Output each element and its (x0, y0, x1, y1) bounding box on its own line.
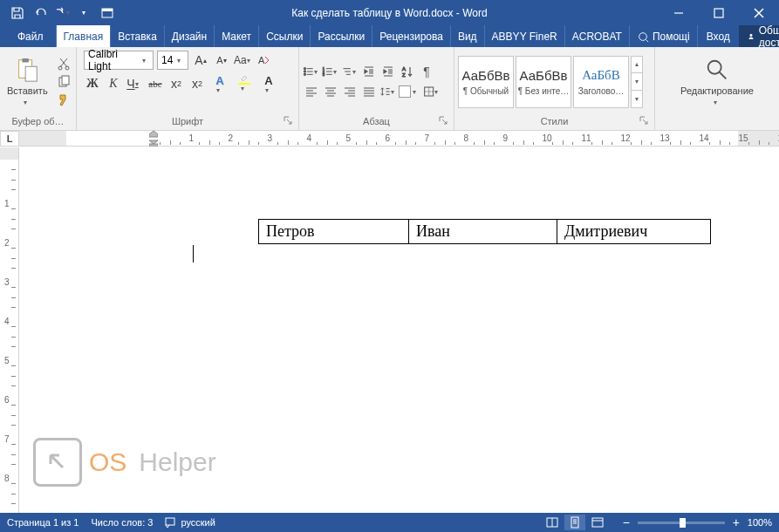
undo-icon[interactable] (30, 3, 51, 24)
tab-review[interactable]: Рецензирова (372, 25, 451, 47)
editing-button[interactable]: Редактирование▾ (677, 54, 757, 110)
editing-label: Редактирование (680, 85, 754, 97)
paragraph-launcher[interactable] (438, 116, 448, 126)
table-row: Петров Иван Дмитриевич (259, 220, 711, 244)
font-size-value: 14 (161, 54, 173, 66)
cut-button[interactable] (55, 56, 72, 72)
tab-home[interactable]: Главная (57, 25, 112, 47)
tab-file[interactable]: Файл (5, 25, 57, 47)
status-language[interactable]: русский (165, 516, 215, 529)
line-spacing-button[interactable]: ▾ (379, 83, 397, 100)
tab-selector[interactable]: L (0, 131, 19, 147)
style-normal[interactable]: АаБбВв¶ Обычный (458, 56, 514, 108)
svg-rect-23 (166, 518, 174, 525)
numbering-button[interactable]: 123▾ (322, 63, 339, 80)
svg-rect-25 (571, 517, 578, 528)
font-size-combo[interactable]: 14▾ (157, 51, 188, 70)
highlight-button[interactable]: ▾ (234, 75, 255, 92)
tab-abbyy[interactable]: ABBYY FineR (485, 25, 565, 47)
style-no-spacing[interactable]: АаБбВв¶ Без инте… (516, 56, 571, 108)
tab-view[interactable]: Вид (451, 25, 485, 47)
borders-button[interactable]: ▾ (423, 83, 441, 100)
font-launcher[interactable] (283, 116, 293, 126)
zoom-slider[interactable] (638, 522, 725, 524)
show-marks-button[interactable]: ¶ (418, 63, 435, 80)
zoom-out-button[interactable]: − (620, 515, 632, 529)
italic-button[interactable]: К (105, 75, 122, 92)
bullets-button[interactable]: ▾ (303, 63, 320, 80)
bold-button[interactable]: Ж (84, 75, 101, 92)
text-effects-button[interactable]: A▾ (209, 75, 230, 92)
redo-icon[interactable]: ▾ (52, 3, 73, 24)
table-cell[interactable]: Дмитриевич (557, 220, 711, 244)
qat-customize-icon[interactable]: ▾ (75, 3, 96, 24)
close-button[interactable] (739, 0, 779, 25)
document-area[interactable]: Петров Иван Дмитриевич OSHelper (19, 147, 779, 513)
styles-gallery-nav[interactable]: ▴▾▾ (631, 56, 643, 108)
subscript-button[interactable]: x2 (167, 75, 185, 92)
table-cell[interactable]: Петров (259, 220, 409, 244)
multilevel-button[interactable]: ▾ (341, 63, 359, 80)
share-label: Общий доступ (759, 24, 779, 49)
font-group-label: Шрифт (172, 116, 203, 126)
tab-references[interactable]: Ссылки (259, 25, 311, 47)
svg-text:Z: Z (402, 72, 406, 78)
clear-formatting-button[interactable]: A (255, 51, 272, 69)
document-table[interactable]: Петров Иван Дмитриевич (258, 219, 711, 244)
view-web-layout[interactable] (587, 515, 608, 530)
align-center-button[interactable] (322, 83, 339, 100)
svg-point-13 (304, 67, 305, 69)
paste-button[interactable]: Вставить▾ (3, 54, 51, 110)
strike-button[interactable]: abc (147, 75, 164, 92)
font-color-button[interactable]: A▾ (258, 75, 279, 92)
view-read-mode[interactable] (542, 515, 563, 530)
align-justify-button[interactable] (360, 83, 378, 100)
vertical-ruler[interactable]: 123456789 (0, 147, 19, 513)
change-case-button[interactable]: Aa▾ (234, 51, 251, 69)
tab-acrobat[interactable]: ACROBAT (565, 25, 630, 47)
zoom-level[interactable]: 100% (748, 517, 772, 528)
table-cell[interactable]: Иван (409, 220, 557, 244)
grow-font-button[interactable]: A▴ (192, 51, 209, 69)
paragraph-group-label: Абзац (363, 116, 390, 126)
svg-point-22 (708, 60, 721, 73)
svg-rect-6 (23, 58, 30, 62)
share-button[interactable]: Общий доступ (739, 25, 779, 47)
view-print-layout[interactable] (564, 515, 585, 530)
styles-group-label: Стили (541, 116, 569, 126)
tab-layout[interactable]: Макет (215, 25, 259, 47)
paste-label: Вставить (7, 85, 48, 97)
font-name-combo[interactable]: Calibri Light▾ (84, 51, 154, 70)
status-words[interactable]: Число слов: 3 (91, 517, 153, 528)
svg-rect-2 (714, 9, 723, 17)
indent-decrease-button[interactable] (360, 63, 378, 80)
superscript-button[interactable]: x2 (188, 75, 206, 92)
copy-button[interactable] (55, 74, 72, 90)
tab-insert[interactable]: Вставка (111, 25, 165, 47)
indent-increase-button[interactable] (379, 63, 397, 80)
svg-point-3 (639, 32, 647, 40)
login-button[interactable]: Вход (698, 25, 739, 47)
save-icon[interactable] (7, 3, 28, 24)
align-right-button[interactable] (341, 83, 359, 100)
style-heading1[interactable]: АаБбВЗаголово… (573, 56, 629, 108)
tell-me[interactable]: Помощі (630, 25, 698, 47)
shading-button[interactable]: ▾ (399, 83, 421, 100)
tab-mailings[interactable]: Рассылки (311, 25, 372, 47)
horizontal-ruler[interactable]: 1234567891011121314151617 (19, 131, 779, 147)
align-left-button[interactable] (303, 83, 320, 100)
maximize-button[interactable] (699, 0, 739, 25)
styles-launcher[interactable] (639, 116, 649, 126)
minimize-button[interactable] (659, 0, 699, 25)
svg-text:3: 3 (323, 72, 325, 77)
sort-button[interactable]: AZ (399, 63, 416, 80)
underline-button[interactable]: Ч▾ (126, 75, 143, 92)
zoom-in-button[interactable]: + (730, 515, 742, 529)
tell-me-label: Помощі (653, 31, 690, 43)
tab-design[interactable]: Дизайн (165, 25, 215, 47)
font-name-value: Calibri Light (88, 48, 142, 72)
shrink-font-button[interactable]: A▾ (213, 51, 230, 69)
format-painter-button[interactable] (55, 92, 72, 108)
status-page[interactable]: Страница 1 из 1 (7, 517, 79, 528)
ribbon-display-options[interactable] (96, 0, 119, 25)
